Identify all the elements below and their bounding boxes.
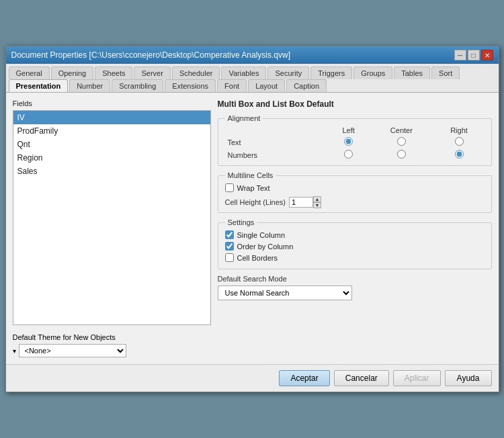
- main-window: Document Properties [C:\Users\cconejero\…: [5, 46, 499, 392]
- field-item-iv[interactable]: IV: [13, 111, 210, 124]
- cell-height-spinner: ▲ ▼: [289, 196, 321, 208]
- cell-height-label: Cell Height (Lines): [225, 198, 286, 206]
- col-right-header: Right: [434, 126, 485, 136]
- field-item-sales[interactable]: Sales: [13, 165, 210, 178]
- tabs-row1: General Opening Sheets Server Scheduler …: [6, 64, 499, 79]
- alignment-legend: Alignment: [225, 114, 263, 122]
- tab-security[interactable]: Security: [267, 67, 309, 79]
- right-panel: Multi Box and List Box Default Alignment…: [218, 99, 492, 357]
- title-bar-buttons: ─ □ ✕: [454, 50, 493, 60]
- field-item-qnt[interactable]: Qnt: [13, 138, 210, 151]
- tab-variables[interactable]: Variables: [221, 67, 266, 79]
- multiline-cells-legend: Multiline Cells: [225, 171, 276, 179]
- col-center-header: Center: [369, 126, 433, 136]
- text-align-right-radio[interactable]: [455, 137, 464, 146]
- settings-group: Settings Single Column Order by Column C…: [218, 218, 492, 269]
- tab-scrambling[interactable]: Scrambling: [112, 79, 163, 92]
- order-by-column-row: Order by Column: [225, 242, 485, 251]
- spinner-up-button[interactable]: ▲: [313, 196, 321, 202]
- tab-sheets[interactable]: Sheets: [95, 67, 132, 79]
- theme-dropdown: ▾ <None>: [13, 344, 211, 357]
- cell-height-row: Cell Height (Lines) ▲ ▼: [225, 196, 485, 208]
- alignment-row-text: Text: [225, 136, 485, 148]
- multiline-cells-group: Multiline Cells Wrap Text Cell Height (L…: [218, 171, 492, 213]
- spinner-buttons: ▲ ▼: [313, 196, 321, 208]
- main-layout: Fields IV ProdFamily Qnt Region Sales De…: [13, 99, 492, 357]
- tab-extensions[interactable]: Extensions: [165, 79, 216, 92]
- bottom-bar: Aceptar Cancelar Aplicar Ayuda: [6, 364, 499, 392]
- title-bar: Document Properties [C:\Users\cconejero\…: [6, 46, 499, 64]
- fields-list[interactable]: IV ProdFamily Qnt Region Sales: [13, 110, 211, 325]
- search-mode-select[interactable]: Use Normal Search Use Wildcard Search Us…: [218, 286, 352, 300]
- tab-font[interactable]: Font: [217, 79, 247, 92]
- field-item-prodfamily[interactable]: ProdFamily: [13, 124, 210, 138]
- numbers-align-left-radio[interactable]: [344, 150, 353, 159]
- tab-opening[interactable]: Opening: [51, 67, 94, 79]
- search-mode-label: Default Search Mode: [218, 275, 492, 283]
- tabs-row2: Presentation Number Scrambling Extension…: [6, 79, 499, 92]
- tab-general[interactable]: General: [9, 67, 50, 79]
- dropdown-arrow-icon: ▾: [13, 347, 16, 355]
- tab-groups[interactable]: Groups: [353, 67, 392, 79]
- cancelar-button[interactable]: Cancelar: [334, 370, 389, 386]
- theme-label: Default Theme for New Objects: [13, 333, 211, 341]
- content-area: Fields IV ProdFamily Qnt Region Sales De…: [6, 93, 499, 364]
- numbers-align-right-radio[interactable]: [455, 150, 464, 159]
- field-item-region[interactable]: Region: [13, 151, 210, 165]
- tab-presentation[interactable]: Presentation: [9, 79, 69, 92]
- tab-tables[interactable]: Tables: [394, 67, 430, 79]
- alignment-row-numbers: Numbers: [225, 148, 485, 161]
- tab-caption[interactable]: Caption: [286, 79, 327, 92]
- single-column-label: Single Column: [237, 231, 286, 239]
- col-left-header: Left: [328, 126, 369, 136]
- tab-layout[interactable]: Layout: [248, 79, 285, 92]
- wrap-text-checkbox[interactable]: [225, 183, 234, 192]
- cell-borders-row: Cell Borders: [225, 253, 485, 262]
- tab-scheduler[interactable]: Scheduler: [172, 67, 220, 79]
- fields-label: Fields: [13, 99, 211, 107]
- theme-section: Default Theme for New Objects ▾ <None>: [13, 333, 211, 357]
- cell-height-input[interactable]: [289, 197, 313, 208]
- maximize-button[interactable]: □: [468, 50, 480, 60]
- tab-server[interactable]: Server: [134, 67, 170, 79]
- tab-number[interactable]: Number: [69, 79, 110, 92]
- aplicar-button[interactable]: Aplicar: [393, 370, 441, 386]
- numbers-align-center-radio[interactable]: [397, 150, 406, 159]
- wrap-text-label: Wrap Text: [237, 184, 270, 192]
- alignment-table: Left Center Right Text: [225, 126, 485, 161]
- window-title: Document Properties [C:\Users\cconejero\…: [11, 50, 291, 60]
- text-row-label: Text: [225, 136, 328, 148]
- wrap-text-row: Wrap Text: [225, 183, 485, 192]
- alignment-group: Alignment Left Center Right: [218, 114, 492, 166]
- settings-legend: Settings: [225, 218, 257, 226]
- text-align-center-radio[interactable]: [397, 137, 406, 146]
- ayuda-button[interactable]: Ayuda: [445, 370, 492, 386]
- single-column-checkbox[interactable]: [225, 230, 234, 239]
- numbers-row-label: Numbers: [225, 148, 328, 161]
- minimize-button[interactable]: ─: [454, 50, 466, 60]
- order-by-column-label: Order by Column: [237, 243, 294, 251]
- close-button[interactable]: ✕: [481, 50, 493, 60]
- aceptar-button[interactable]: Aceptar: [279, 370, 329, 386]
- search-mode-section: Default Search Mode Use Normal Search Us…: [218, 275, 492, 300]
- tabs-container: General Opening Sheets Server Scheduler …: [6, 64, 499, 93]
- cell-borders-checkbox[interactable]: [225, 253, 234, 262]
- multibox-section-title: Multi Box and List Box Default: [218, 99, 492, 109]
- tab-sort[interactable]: Sort: [431, 67, 460, 79]
- cell-borders-label: Cell Borders: [237, 254, 278, 262]
- text-align-left-radio[interactable]: [344, 137, 353, 146]
- left-panel: Fields IV ProdFamily Qnt Region Sales De…: [13, 99, 211, 357]
- theme-select[interactable]: <None>: [19, 344, 126, 357]
- tab-triggers[interactable]: Triggers: [310, 67, 352, 79]
- spinner-down-button[interactable]: ▼: [313, 202, 321, 208]
- order-by-column-checkbox[interactable]: [225, 242, 234, 251]
- single-column-row: Single Column: [225, 230, 485, 239]
